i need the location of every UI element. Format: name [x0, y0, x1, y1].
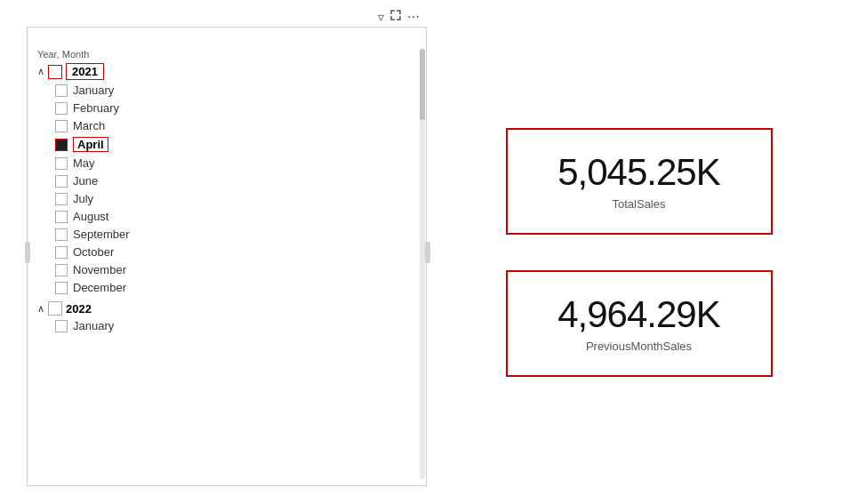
list-item: August [55, 208, 414, 225]
february-checkbox[interactable] [55, 102, 68, 115]
august-checkbox[interactable] [55, 211, 68, 223]
chevron-2021[interactable]: ∧ [37, 66, 44, 77]
month-list-2022: January [55, 317, 414, 334]
july-label: July [73, 192, 93, 205]
may-label: May [73, 156, 95, 170]
list-item: March [55, 117, 414, 134]
list-area: Year, Month ∧ 2021 January February Marc… [37, 49, 414, 479]
year-month-label: Year, Month [37, 49, 414, 60]
filter-icon[interactable]: ▿ [378, 10, 384, 24]
february-label: February [73, 101, 119, 115]
november-label: November [73, 263, 126, 276]
list-item: February [55, 100, 414, 116]
more-icon[interactable]: ⋯ [407, 10, 420, 24]
march-label: March [73, 119, 105, 132]
october-label: October [73, 245, 114, 259]
list-item: January [55, 317, 414, 334]
list-item: October [55, 244, 414, 260]
drag-handle-left[interactable] [25, 242, 30, 263]
total-sales-card: 5,045.25K TotalSales [506, 128, 773, 235]
previous-month-sales-value: 4,964.29K [557, 293, 720, 336]
toolbar: ▿ ⋯ [378, 9, 420, 24]
previous-month-sales-card: 4,964.29K PreviousMonthSales [506, 270, 773, 377]
july-checkbox[interactable] [55, 193, 68, 205]
september-label: September [73, 228, 130, 241]
year-2022-label: 2022 [66, 302, 92, 316]
left-panel: ▿ ⋯ Year, Month ∧ 2021 January Feb [0, 0, 436, 504]
drag-handle-right[interactable] [425, 242, 430, 263]
may-checkbox[interactable] [55, 157, 68, 170]
total-sales-value: 5,045.25K [557, 151, 720, 194]
month-list-2021: January February March April May [55, 82, 414, 296]
january-2022-checkbox[interactable] [55, 320, 68, 332]
list-item: November [55, 261, 414, 278]
year-2021-checkbox[interactable] [48, 65, 62, 79]
december-checkbox[interactable] [55, 282, 68, 294]
list-item: January [55, 82, 414, 99]
january-checkbox[interactable] [55, 84, 68, 97]
december-label: December [73, 281, 126, 294]
august-label: August [73, 210, 108, 223]
list-item: April [55, 135, 414, 154]
june-label: June [73, 174, 98, 188]
list-item: July [55, 190, 414, 207]
previous-month-sales-label: PreviousMonthSales [586, 340, 692, 353]
chevron-2022[interactable]: ∧ [37, 303, 44, 315]
november-checkbox[interactable] [55, 264, 68, 276]
expand-icon[interactable] [389, 9, 402, 24]
total-sales-label: TotalSales [613, 197, 666, 211]
year-2021-row: ∧ 2021 [37, 63, 414, 80]
year-2022-row: ∧ 2022 [37, 301, 414, 316]
april-checkbox[interactable] [55, 139, 68, 151]
list-item: May [55, 155, 414, 172]
january-2022-label: January [73, 319, 114, 332]
list-item: September [55, 226, 414, 243]
right-panel: 5,045.25K TotalSales 4,964.29K PreviousM… [436, 0, 842, 504]
march-checkbox[interactable] [55, 120, 68, 132]
year-2022-checkbox[interactable] [48, 301, 62, 316]
april-label: April [73, 137, 108, 152]
scrollbar-thumb[interactable] [420, 49, 425, 120]
list-item: June [55, 172, 414, 189]
september-checkbox[interactable] [55, 228, 68, 241]
october-checkbox[interactable] [55, 246, 68, 259]
list-item: December [55, 279, 414, 296]
january-label: January [73, 84, 114, 97]
year-2021-label[interactable]: 2021 [66, 63, 104, 80]
june-checkbox[interactable] [55, 175, 68, 188]
scrollbar-track[interactable] [420, 49, 425, 479]
